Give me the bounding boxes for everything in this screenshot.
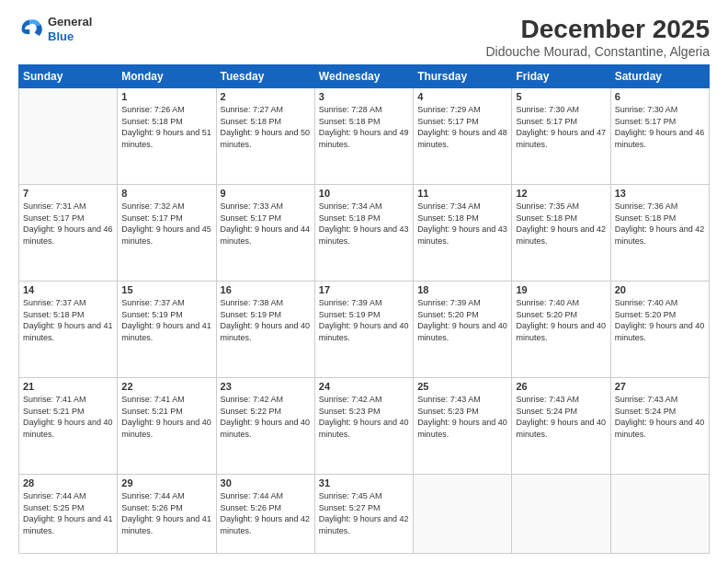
weekday-header-monday: Monday [118,65,216,88]
weekday-header-row: SundayMondayTuesdayWednesdayThursdayFrid… [19,65,710,88]
cell-info: Sunrise: 7:42 AMSunset: 5:23 PMDaylight:… [319,394,409,440]
calendar-cell: 26Sunrise: 7:43 AMSunset: 5:24 PMDayligh… [512,378,610,475]
cell-info: Sunrise: 7:32 AMSunset: 5:17 PMDaylight:… [121,201,211,247]
calendar-cell: 12Sunrise: 7:35 AMSunset: 5:18 PMDayligh… [512,185,610,282]
day-number: 20 [615,284,705,295]
logo-text: General Blue [48,15,92,43]
cell-info: Sunrise: 7:29 AMSunset: 5:17 PMDaylight:… [417,104,507,150]
cell-info: Sunrise: 7:36 AMSunset: 5:18 PMDaylight:… [615,201,705,247]
cell-info: Sunrise: 7:28 AMSunset: 5:18 PMDaylight:… [319,104,409,150]
calendar-cell: 29Sunrise: 7:44 AMSunset: 5:26 PMDayligh… [118,475,216,554]
day-number: 1 [121,91,211,102]
calendar-cell: 31Sunrise: 7:45 AMSunset: 5:27 PMDayligh… [314,475,413,554]
week-row-2: 7Sunrise: 7:31 AMSunset: 5:17 PMDaylight… [19,185,710,282]
calendar-cell: 6Sunrise: 7:30 AMSunset: 5:17 PMDaylight… [610,88,709,185]
cell-info: Sunrise: 7:41 AMSunset: 5:21 PMDaylight:… [121,394,211,440]
day-number: 16 [221,284,311,295]
day-number: 5 [516,91,606,102]
calendar-cell: 11Sunrise: 7:34 AMSunset: 5:18 PMDayligh… [414,185,512,282]
day-number: 15 [121,284,211,295]
main-title: December 2025 [485,15,710,44]
day-number: 3 [319,91,409,102]
weekday-header-sunday: Sunday [19,65,118,88]
cell-info: Sunrise: 7:43 AMSunset: 5:24 PMDaylight:… [516,394,606,440]
calendar-cell: 8Sunrise: 7:32 AMSunset: 5:17 PMDaylight… [118,185,216,282]
weekday-header-saturday: Saturday [610,65,709,88]
day-number: 19 [516,284,606,295]
day-number: 7 [23,188,113,199]
day-number: 31 [319,477,409,488]
week-row-5: 28Sunrise: 7:44 AMSunset: 5:25 PMDayligh… [19,475,710,554]
calendar-cell: 17Sunrise: 7:39 AMSunset: 5:19 PMDayligh… [314,282,413,378]
calendar-cell: 3Sunrise: 7:28 AMSunset: 5:18 PMDaylight… [314,88,413,185]
title-block: December 2025 Didouche Mourad, Constanti… [485,15,710,59]
day-number: 23 [221,381,311,392]
weekday-header-wednesday: Wednesday [314,65,413,88]
calendar-cell: 20Sunrise: 7:40 AMSunset: 5:20 PMDayligh… [610,282,709,378]
cell-info: Sunrise: 7:39 AMSunset: 5:19 PMDaylight:… [319,297,409,343]
calendar-cell: 16Sunrise: 7:38 AMSunset: 5:19 PMDayligh… [216,282,314,378]
calendar-cell [414,475,512,554]
logo: General Blue [18,15,92,43]
day-number: 12 [516,188,606,199]
day-number: 29 [121,477,211,488]
cell-info: Sunrise: 7:43 AMSunset: 5:23 PMDaylight:… [417,394,507,440]
day-number: 27 [615,381,705,392]
day-number: 6 [615,91,705,102]
calendar-cell: 28Sunrise: 7:44 AMSunset: 5:25 PMDayligh… [19,475,118,554]
calendar-cell [512,475,610,554]
week-row-3: 14Sunrise: 7:37 AMSunset: 5:18 PMDayligh… [19,282,710,378]
cell-info: Sunrise: 7:44 AMSunset: 5:26 PMDaylight:… [121,490,211,536]
calendar-cell: 13Sunrise: 7:36 AMSunset: 5:18 PMDayligh… [610,185,709,282]
calendar-cell: 5Sunrise: 7:30 AMSunset: 5:17 PMDaylight… [512,88,610,185]
calendar-cell: 10Sunrise: 7:34 AMSunset: 5:18 PMDayligh… [314,185,413,282]
cell-info: Sunrise: 7:42 AMSunset: 5:22 PMDaylight:… [221,394,311,440]
calendar-cell: 30Sunrise: 7:44 AMSunset: 5:26 PMDayligh… [216,475,314,554]
cell-info: Sunrise: 7:27 AMSunset: 5:18 PMDaylight:… [221,104,311,150]
page-container: General Blue December 2025 Didouche Mour… [0,0,728,563]
calendar-cell: 2Sunrise: 7:27 AMSunset: 5:18 PMDaylight… [216,88,314,185]
day-number: 8 [121,188,211,199]
calendar-cell: 24Sunrise: 7:42 AMSunset: 5:23 PMDayligh… [314,378,413,475]
logo-blue: Blue [48,29,92,44]
day-number: 4 [417,91,507,102]
day-number: 26 [516,381,606,392]
cell-info: Sunrise: 7:37 AMSunset: 5:18 PMDaylight:… [23,297,113,343]
cell-info: Sunrise: 7:44 AMSunset: 5:26 PMDaylight:… [221,490,311,536]
cell-info: Sunrise: 7:35 AMSunset: 5:18 PMDaylight:… [516,201,606,247]
cell-info: Sunrise: 7:38 AMSunset: 5:19 PMDaylight:… [221,297,311,343]
weekday-header-friday: Friday [512,65,610,88]
cell-info: Sunrise: 7:39 AMSunset: 5:20 PMDaylight:… [417,297,507,343]
calendar-cell [19,88,118,185]
cell-info: Sunrise: 7:34 AMSunset: 5:18 PMDaylight:… [417,201,507,247]
week-row-4: 21Sunrise: 7:41 AMSunset: 5:21 PMDayligh… [19,378,710,475]
day-number: 14 [23,284,113,295]
cell-info: Sunrise: 7:40 AMSunset: 5:20 PMDaylight:… [615,297,705,343]
calendar-cell: 21Sunrise: 7:41 AMSunset: 5:21 PMDayligh… [19,378,118,475]
day-number: 21 [23,381,113,392]
calendar-table: SundayMondayTuesdayWednesdayThursdayFrid… [18,64,710,554]
day-number: 22 [121,381,211,392]
cell-info: Sunrise: 7:44 AMSunset: 5:25 PMDaylight:… [23,490,113,536]
cell-info: Sunrise: 7:34 AMSunset: 5:18 PMDaylight:… [319,201,409,247]
weekday-header-tuesday: Tuesday [216,65,314,88]
header: General Blue December 2025 Didouche Mour… [18,15,710,59]
day-number: 24 [319,381,409,392]
cell-info: Sunrise: 7:45 AMSunset: 5:27 PMDaylight:… [319,490,409,536]
day-number: 13 [615,188,705,199]
weekday-header-thursday: Thursday [414,65,512,88]
cell-info: Sunrise: 7:37 AMSunset: 5:19 PMDaylight:… [121,297,211,343]
subtitle: Didouche Mourad, Constantine, Algeria [485,44,710,59]
cell-info: Sunrise: 7:43 AMSunset: 5:24 PMDaylight:… [615,394,705,440]
day-number: 11 [417,188,507,199]
calendar-cell: 4Sunrise: 7:29 AMSunset: 5:17 PMDaylight… [414,88,512,185]
calendar-cell: 14Sunrise: 7:37 AMSunset: 5:18 PMDayligh… [19,282,118,378]
day-number: 10 [319,188,409,199]
day-number: 28 [23,477,113,488]
day-number: 25 [417,381,507,392]
cell-info: Sunrise: 7:41 AMSunset: 5:21 PMDaylight:… [23,394,113,440]
logo-icon [18,17,44,42]
cell-info: Sunrise: 7:30 AMSunset: 5:17 PMDaylight:… [615,104,705,150]
calendar-cell: 25Sunrise: 7:43 AMSunset: 5:23 PMDayligh… [414,378,512,475]
day-number: 9 [221,188,311,199]
